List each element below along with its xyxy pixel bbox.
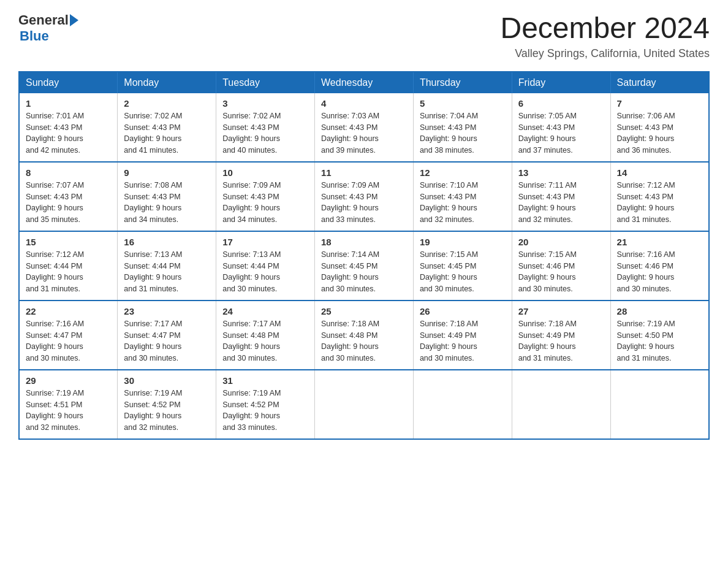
day-number: 29 xyxy=(26,375,111,386)
calendar-cell: 31Sunrise: 7:19 AMSunset: 4:52 PMDayligh… xyxy=(216,370,315,439)
calendar-cell: 11Sunrise: 7:09 AMSunset: 4:43 PMDayligh… xyxy=(315,162,414,231)
day-number: 15 xyxy=(26,237,111,247)
day-info: Sunrise: 7:02 AMSunset: 4:43 PMDaylight:… xyxy=(222,110,308,156)
day-number: 8 xyxy=(26,167,111,178)
day-number: 22 xyxy=(26,306,111,316)
calendar-cell: 6Sunrise: 7:05 AMSunset: 4:43 PMDaylight… xyxy=(512,93,610,162)
day-info: Sunrise: 7:11 AMSunset: 4:43 PMDaylight:… xyxy=(518,180,604,226)
day-info: Sunrise: 7:13 AMSunset: 4:44 PMDaylight:… xyxy=(222,249,308,295)
day-number: 10 xyxy=(222,167,308,178)
day-number: 4 xyxy=(321,98,407,109)
day-info: Sunrise: 7:14 AMSunset: 4:45 PMDaylight:… xyxy=(321,249,407,295)
day-info: Sunrise: 7:02 AMSunset: 4:43 PMDaylight:… xyxy=(124,110,210,156)
calendar-cell: 28Sunrise: 7:19 AMSunset: 4:50 PMDayligh… xyxy=(610,301,709,370)
day-number: 11 xyxy=(321,167,407,178)
calendar-table: SundayMondayTuesdayWednesdayThursdayFrid… xyxy=(18,71,710,440)
day-number: 18 xyxy=(321,237,407,247)
day-number: 14 xyxy=(617,167,702,178)
day-info: Sunrise: 7:18 AMSunset: 4:48 PMDaylight:… xyxy=(321,318,407,364)
calendar-cell: 21Sunrise: 7:16 AMSunset: 4:46 PMDayligh… xyxy=(610,231,709,301)
day-info: Sunrise: 7:15 AMSunset: 4:46 PMDaylight:… xyxy=(518,249,604,295)
weekday-header-thursday: Thursday xyxy=(413,72,512,93)
day-info: Sunrise: 7:19 AMSunset: 4:51 PMDaylight:… xyxy=(26,388,111,434)
day-info: Sunrise: 7:03 AMSunset: 4:43 PMDaylight:… xyxy=(321,110,407,156)
location-subtitle: Valley Springs, California, United State… xyxy=(500,47,710,60)
day-number: 20 xyxy=(518,237,604,247)
day-number: 3 xyxy=(222,98,308,109)
day-number: 2 xyxy=(124,98,210,109)
day-info: Sunrise: 7:09 AMSunset: 4:43 PMDaylight:… xyxy=(222,180,308,226)
calendar-cell: 4Sunrise: 7:03 AMSunset: 4:43 PMDaylight… xyxy=(315,93,414,162)
calendar-cell: 16Sunrise: 7:13 AMSunset: 4:44 PMDayligh… xyxy=(118,231,216,301)
calendar-cell: 2Sunrise: 7:02 AMSunset: 4:43 PMDaylight… xyxy=(118,93,216,162)
calendar-cell: 5Sunrise: 7:04 AMSunset: 4:43 PMDaylight… xyxy=(413,93,512,162)
calendar-cell: 8Sunrise: 7:07 AMSunset: 4:43 PMDaylight… xyxy=(19,162,118,231)
logo: General Blue xyxy=(18,12,78,44)
weekday-header-wednesday: Wednesday xyxy=(315,72,414,93)
day-number: 24 xyxy=(222,306,308,316)
day-number: 17 xyxy=(222,237,308,247)
calendar-cell: 30Sunrise: 7:19 AMSunset: 4:52 PMDayligh… xyxy=(118,370,216,439)
day-number: 30 xyxy=(124,375,210,386)
day-info: Sunrise: 7:17 AMSunset: 4:48 PMDaylight:… xyxy=(222,318,308,364)
calendar-cell: 19Sunrise: 7:15 AMSunset: 4:45 PMDayligh… xyxy=(413,231,512,301)
calendar-cell xyxy=(413,370,512,439)
logo-text-blue: Blue xyxy=(20,28,49,44)
weekday-header-friday: Friday xyxy=(512,72,610,93)
calendar-cell: 10Sunrise: 7:09 AMSunset: 4:43 PMDayligh… xyxy=(216,162,315,231)
weekday-header-tuesday: Tuesday xyxy=(216,72,315,93)
calendar-cell: 26Sunrise: 7:18 AMSunset: 4:49 PMDayligh… xyxy=(413,301,512,370)
day-info: Sunrise: 7:13 AMSunset: 4:44 PMDaylight:… xyxy=(124,249,210,295)
day-number: 16 xyxy=(124,237,210,247)
day-number: 21 xyxy=(617,237,702,247)
day-info: Sunrise: 7:19 AMSunset: 4:52 PMDaylight:… xyxy=(124,388,210,434)
day-number: 1 xyxy=(26,98,111,109)
day-number: 7 xyxy=(617,98,702,109)
weekday-header-sunday: Sunday xyxy=(19,72,118,93)
calendar-cell: 14Sunrise: 7:12 AMSunset: 4:43 PMDayligh… xyxy=(610,162,709,231)
weekday-header-row: SundayMondayTuesdayWednesdayThursdayFrid… xyxy=(19,72,709,93)
day-number: 25 xyxy=(321,306,407,316)
day-number: 19 xyxy=(420,237,506,247)
calendar-cell xyxy=(315,370,414,439)
weekday-header-monday: Monday xyxy=(118,72,216,93)
calendar-cell: 20Sunrise: 7:15 AMSunset: 4:46 PMDayligh… xyxy=(512,231,610,301)
weekday-header-saturday: Saturday xyxy=(610,72,709,93)
day-number: 26 xyxy=(420,306,506,316)
day-number: 9 xyxy=(124,167,210,178)
day-info: Sunrise: 7:16 AMSunset: 4:47 PMDaylight:… xyxy=(26,318,111,364)
day-info: Sunrise: 7:17 AMSunset: 4:47 PMDaylight:… xyxy=(124,318,210,364)
calendar-week-row: 1Sunrise: 7:01 AMSunset: 4:43 PMDaylight… xyxy=(19,93,709,162)
calendar-cell: 3Sunrise: 7:02 AMSunset: 4:43 PMDaylight… xyxy=(216,93,315,162)
logo-triangle-icon xyxy=(70,14,78,26)
day-info: Sunrise: 7:18 AMSunset: 4:49 PMDaylight:… xyxy=(518,318,604,364)
day-info: Sunrise: 7:06 AMSunset: 4:43 PMDaylight:… xyxy=(617,110,702,156)
day-number: 28 xyxy=(617,306,702,316)
calendar-week-row: 15Sunrise: 7:12 AMSunset: 4:44 PMDayligh… xyxy=(19,231,709,301)
calendar-week-row: 8Sunrise: 7:07 AMSunset: 4:43 PMDaylight… xyxy=(19,162,709,231)
page-header: General Blue December 2024 Valley Spring… xyxy=(18,12,710,60)
calendar-cell: 13Sunrise: 7:11 AMSunset: 4:43 PMDayligh… xyxy=(512,162,610,231)
day-number: 23 xyxy=(124,306,210,316)
calendar-cell: 18Sunrise: 7:14 AMSunset: 4:45 PMDayligh… xyxy=(315,231,414,301)
day-number: 27 xyxy=(518,306,604,316)
calendar-cell: 27Sunrise: 7:18 AMSunset: 4:49 PMDayligh… xyxy=(512,301,610,370)
calendar-cell: 1Sunrise: 7:01 AMSunset: 4:43 PMDaylight… xyxy=(19,93,118,162)
calendar-cell xyxy=(512,370,610,439)
day-info: Sunrise: 7:12 AMSunset: 4:43 PMDaylight:… xyxy=(617,180,702,226)
day-number: 6 xyxy=(518,98,604,109)
calendar-cell: 9Sunrise: 7:08 AMSunset: 4:43 PMDaylight… xyxy=(118,162,216,231)
day-info: Sunrise: 7:16 AMSunset: 4:46 PMDaylight:… xyxy=(617,249,702,295)
calendar-cell: 15Sunrise: 7:12 AMSunset: 4:44 PMDayligh… xyxy=(19,231,118,301)
month-year-title: December 2024 xyxy=(500,12,710,45)
day-info: Sunrise: 7:18 AMSunset: 4:49 PMDaylight:… xyxy=(420,318,506,364)
day-info: Sunrise: 7:04 AMSunset: 4:43 PMDaylight:… xyxy=(420,110,506,156)
day-number: 13 xyxy=(518,167,604,178)
calendar-cell xyxy=(610,370,709,439)
day-info: Sunrise: 7:09 AMSunset: 4:43 PMDaylight:… xyxy=(321,180,407,226)
calendar-cell: 17Sunrise: 7:13 AMSunset: 4:44 PMDayligh… xyxy=(216,231,315,301)
calendar-cell: 22Sunrise: 7:16 AMSunset: 4:47 PMDayligh… xyxy=(19,301,118,370)
calendar-week-row: 22Sunrise: 7:16 AMSunset: 4:47 PMDayligh… xyxy=(19,301,709,370)
day-info: Sunrise: 7:15 AMSunset: 4:45 PMDaylight:… xyxy=(420,249,506,295)
day-info: Sunrise: 7:08 AMSunset: 4:43 PMDaylight:… xyxy=(124,180,210,226)
